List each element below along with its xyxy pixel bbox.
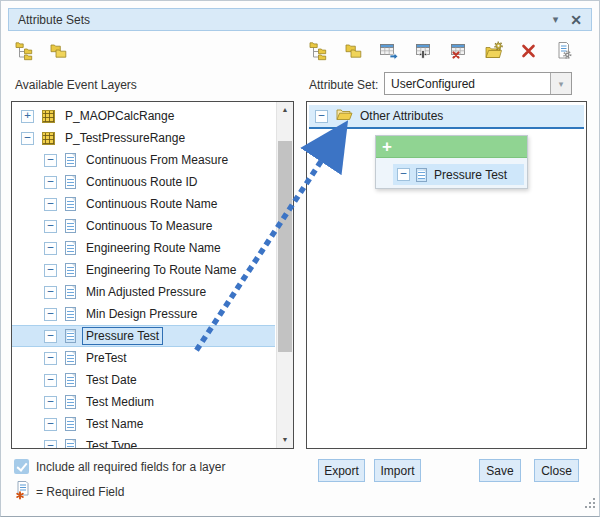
expander-icon[interactable]: −: [44, 374, 57, 387]
expander-icon[interactable]: −: [44, 418, 57, 431]
expander-icon[interactable]: −: [44, 286, 57, 299]
vertical-scrollbar[interactable]: ▲ ▼: [276, 102, 293, 448]
right-toolbar: [308, 40, 575, 62]
scrollbar-thumb[interactable]: [278, 141, 292, 352]
dragged-item-label: Pressure Test: [434, 168, 507, 182]
drop-allowed-indicator: +: [376, 136, 527, 158]
available-event-layers-panel: + P_MAOPCalcRange − P_TestPressureRange …: [11, 101, 294, 449]
tree-item-label: P_TestPressureRange: [62, 130, 188, 146]
tree-item[interactable]: − Test Name: [12, 413, 275, 435]
tree-item-label: Continuous Route Name: [83, 196, 220, 212]
tree-item[interactable]: − Continuous Route ID: [12, 171, 275, 193]
event-layer-icon: [42, 110, 55, 123]
tree-item[interactable]: − Test Date: [12, 369, 275, 391]
field-icon: [65, 241, 76, 255]
field-icon: [65, 153, 76, 167]
expander-icon[interactable]: −: [44, 264, 57, 277]
field-icon: [65, 417, 76, 431]
expander-icon[interactable]: +: [21, 110, 34, 123]
open-folders-icon[interactable]: [343, 40, 365, 62]
tree-item[interactable]: − Min Design Pressure: [12, 303, 275, 325]
field-icon: [65, 219, 76, 233]
tree-item-label: Continuous From Measure: [83, 152, 231, 168]
import-button[interactable]: Import: [374, 459, 421, 482]
folder-gear-icon[interactable]: [483, 40, 505, 62]
required-field-icon: [13, 480, 33, 504]
expander-icon[interactable]: −: [44, 396, 57, 409]
tree-item-label: PreTest: [83, 350, 130, 366]
left-toolbar: [14, 40, 70, 62]
attribute-set-panel: − Other Attributes + − Pressure Test: [306, 101, 587, 449]
event-layer-icon: [42, 132, 55, 145]
tree-item-label: Continuous Route ID: [83, 174, 200, 190]
attribute-set-value: UserConfigured: [385, 73, 550, 94]
tree-item[interactable]: − Engineering Route Name: [12, 237, 275, 259]
field-icon: [65, 285, 76, 299]
tree-item-label: P_MAOPCalcRange: [62, 108, 177, 124]
titlebar[interactable]: Attribute Sets ▾ ✕: [8, 8, 592, 31]
other-attributes-label: Other Attributes: [360, 109, 443, 123]
expander-icon[interactable]: −: [44, 242, 57, 255]
expander-icon[interactable]: −: [44, 330, 57, 343]
expander-icon[interactable]: −: [44, 154, 57, 167]
attribute-set-label: Attribute Set:: [309, 78, 378, 92]
tree-item[interactable]: − Continuous Route Name: [12, 193, 275, 215]
expander-icon[interactable]: −: [44, 198, 57, 211]
tree-item[interactable]: − P_TestPressureRange: [12, 127, 275, 149]
required-field-legend: = Required Field: [36, 485, 124, 499]
field-icon: [65, 329, 76, 343]
tree-item[interactable]: − Continuous To Measure: [12, 215, 275, 237]
close-icon[interactable]: ✕: [570, 13, 582, 27]
tree-item[interactable]: + P_MAOPCalcRange: [12, 105, 275, 127]
tree-item-label: Pressure Test: [83, 328, 162, 344]
expander-icon: −: [397, 168, 410, 181]
field-icon: [65, 351, 76, 365]
expander-icon[interactable]: −: [44, 440, 57, 450]
tree-item-label: Test Type: [83, 438, 140, 449]
tree-item-label: Engineering Route Name: [83, 240, 224, 256]
event-layers-tree: + P_MAOPCalcRange − P_TestPressureRange …: [12, 105, 275, 449]
close-button[interactable]: Close: [534, 459, 579, 482]
attribute-set-dropdown[interactable]: UserConfigured ▾: [384, 72, 572, 95]
tree-item[interactable]: − Continuous From Measure: [12, 149, 275, 171]
tree-item-label: Test Medium: [83, 394, 157, 410]
open-folders-icon[interactable]: [48, 40, 70, 62]
other-attributes-node[interactable]: − Other Attributes: [309, 105, 584, 129]
dropdown-arrow-button[interactable]: ▾: [550, 73, 571, 94]
folder-tree-icon[interactable]: [14, 40, 36, 62]
scroll-up-icon[interactable]: ▲: [277, 102, 293, 118]
save-button[interactable]: Save: [479, 459, 521, 482]
tree-item[interactable]: − Min Adjusted Pressure: [12, 281, 275, 303]
table-export-icon[interactable]: [378, 40, 400, 62]
expander-icon[interactable]: −: [21, 132, 34, 145]
expander-icon[interactable]: −: [44, 176, 57, 189]
tree-item[interactable]: − PreTest: [12, 347, 275, 369]
delete-icon[interactable]: [518, 40, 540, 62]
table-remove-field-icon[interactable]: [448, 40, 470, 62]
expander-icon[interactable]: −: [315, 110, 328, 123]
scroll-down-icon[interactable]: ▼: [277, 432, 293, 448]
tree-item-label: Test Date: [83, 372, 140, 388]
tree-item[interactable]: − Test Medium: [12, 391, 275, 413]
tree-item[interactable]: − Pressure Test: [12, 325, 275, 347]
expander-icon[interactable]: −: [44, 220, 57, 233]
tree-item[interactable]: − Test Type: [12, 435, 275, 449]
tree-item-label: Min Design Pressure: [83, 306, 200, 322]
include-required-fields-checkbox[interactable]: [14, 459, 29, 474]
tree-item[interactable]: − Engineering To Route Name: [12, 259, 275, 281]
export-button[interactable]: Export: [318, 459, 365, 482]
chevron-down-icon[interactable]: ▾: [553, 13, 559, 26]
dialog-title: Attribute Sets: [18, 13, 90, 27]
field-icon: [65, 307, 76, 321]
expander-icon[interactable]: −: [44, 352, 57, 365]
field-icon: [65, 263, 76, 277]
field-icon: [65, 395, 76, 409]
field-icon: [416, 168, 427, 182]
document-gear-icon[interactable]: [553, 40, 575, 62]
folder-tree-icon[interactable]: [308, 40, 330, 62]
dragged-item: − Pressure Test: [393, 164, 524, 185]
tree-item-label: Engineering To Route Name: [83, 262, 240, 278]
table-add-field-icon[interactable]: [413, 40, 435, 62]
expander-icon[interactable]: −: [44, 308, 57, 321]
resize-grip-icon[interactable]: [585, 495, 596, 513]
